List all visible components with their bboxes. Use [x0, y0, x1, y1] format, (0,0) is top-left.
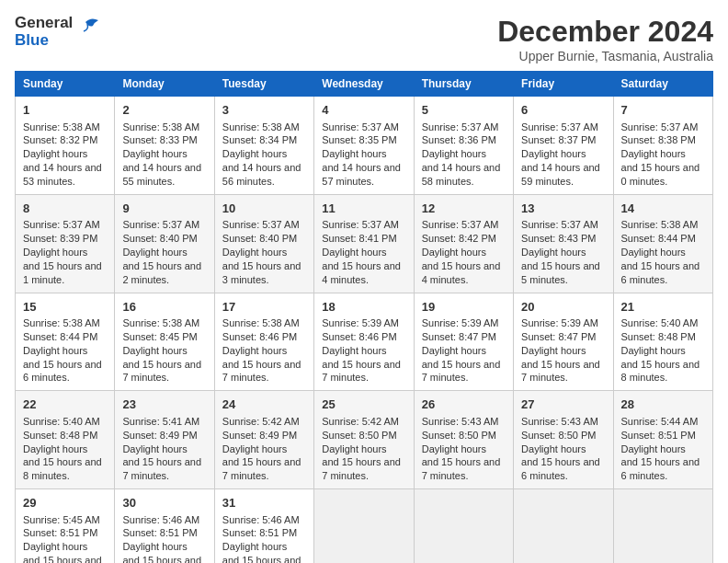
- sunset-info: Sunset: 8:47 PM: [422, 331, 496, 342]
- sunset-info: Sunset: 8:51 PM: [621, 430, 696, 441]
- calendar-cell: 24 Sunrise: 5:42 AM Sunset: 8:49 PM Dayl…: [214, 391, 313, 489]
- daylight-duration: and 15 hours and 6 minutes.: [521, 456, 600, 481]
- daylight-label: Daylight hours: [422, 345, 486, 356]
- calendar-week-row: 15 Sunrise: 5:38 AM Sunset: 8:44 PM Dayl…: [16, 293, 713, 391]
- col-friday: Friday: [514, 72, 613, 97]
- daylight-duration: and 15 hours and 5 minutes.: [23, 555, 102, 563]
- daylight-duration: and 15 hours and 8 minutes.: [621, 359, 700, 384]
- daylight-label: Daylight hours: [621, 443, 686, 454]
- daylight-label: Daylight hours: [521, 345, 586, 356]
- day-number: 9: [122, 201, 206, 217]
- sunset-info: Sunset: 8:45 PM: [122, 331, 197, 342]
- day-number: 12: [422, 201, 506, 217]
- calendar-cell: 27 Sunrise: 5:43 AM Sunset: 8:50 PM Dayl…: [514, 391, 613, 489]
- sunrise-info: Sunrise: 5:37 AM: [422, 219, 499, 230]
- sunrise-info: Sunrise: 5:43 AM: [422, 416, 499, 427]
- sunrise-info: Sunrise: 5:37 AM: [122, 219, 199, 230]
- sunset-info: Sunset: 8:51 PM: [122, 527, 197, 538]
- day-number: 26: [422, 396, 506, 413]
- sunrise-info: Sunrise: 5:37 AM: [422, 121, 499, 132]
- daylight-duration: and 15 hours and 7 minutes.: [322, 456, 401, 481]
- sunset-info: Sunset: 8:37 PM: [521, 134, 596, 145]
- calendar-cell: 28 Sunrise: 5:44 AM Sunset: 8:51 PM Dayl…: [613, 391, 712, 489]
- daylight-duration: and 15 hours and 0 minutes.: [621, 162, 700, 187]
- daylight-duration: and 15 hours and 4 minutes.: [422, 260, 501, 285]
- calendar-cell: 12 Sunrise: 5:37 AM Sunset: 8:42 PM Dayl…: [414, 194, 513, 293]
- sunrise-info: Sunrise: 5:37 AM: [222, 219, 300, 230]
- calendar-cell: [314, 489, 414, 563]
- sunrise-info: Sunrise: 5:39 AM: [422, 317, 499, 328]
- calendar-cell: 14 Sunrise: 5:38 AM Sunset: 8:44 PM Dayl…: [613, 194, 712, 293]
- calendar-cell: 26 Sunrise: 5:43 AM Sunset: 8:50 PM Dayl…: [414, 391, 513, 489]
- logo-general: General: [15, 15, 73, 32]
- day-number: 17: [222, 299, 306, 316]
- month-title: December 2024: [497, 15, 713, 49]
- sunrise-info: Sunrise: 5:39 AM: [521, 317, 598, 328]
- sunrise-info: Sunrise: 5:44 AM: [621, 416, 699, 427]
- calendar-table: Sunday Monday Tuesday Wednesday Thursday…: [15, 71, 713, 563]
- day-number: 19: [422, 299, 506, 316]
- calendar-header-row: Sunday Monday Tuesday Wednesday Thursday…: [16, 72, 713, 97]
- calendar-week-row: 8 Sunrise: 5:37 AM Sunset: 8:39 PM Dayli…: [16, 194, 713, 293]
- sunset-info: Sunset: 8:38 PM: [621, 134, 696, 145]
- sunset-info: Sunset: 8:40 PM: [222, 233, 297, 244]
- daylight-duration: and 14 hours and 56 minutes.: [222, 162, 301, 187]
- calendar-cell: 29 Sunrise: 5:45 AM Sunset: 8:51 PM Dayl…: [16, 489, 115, 563]
- daylight-label: Daylight hours: [222, 541, 287, 552]
- calendar-cell: 5 Sunrise: 5:37 AM Sunset: 8:36 PM Dayli…: [414, 97, 513, 195]
- daylight-label: Daylight hours: [23, 345, 87, 356]
- sunset-info: Sunset: 8:46 PM: [222, 331, 297, 342]
- calendar-cell: 19 Sunrise: 5:39 AM Sunset: 8:47 PM Dayl…: [414, 293, 513, 391]
- sunrise-info: Sunrise: 5:38 AM: [222, 121, 300, 132]
- daylight-duration: and 14 hours and 57 minutes.: [322, 162, 401, 187]
- sunset-info: Sunset: 8:46 PM: [322, 331, 396, 342]
- day-number: 5: [422, 102, 506, 119]
- col-wednesday: Wednesday: [314, 72, 414, 97]
- page-header: General Blue December 2024 Upper Burnie,…: [15, 15, 713, 63]
- calendar-cell: 6 Sunrise: 5:37 AM Sunset: 8:37 PM Dayli…: [514, 97, 613, 195]
- daylight-label: Daylight hours: [222, 443, 287, 454]
- calendar-cell: 16 Sunrise: 5:38 AM Sunset: 8:45 PM Dayl…: [115, 293, 214, 391]
- logo: General Blue: [15, 15, 102, 49]
- day-number: 13: [521, 201, 605, 217]
- calendar-cell: 9 Sunrise: 5:37 AM Sunset: 8:40 PM Dayli…: [115, 194, 214, 293]
- daylight-label: Daylight hours: [521, 247, 586, 258]
- sunrise-info: Sunrise: 5:40 AM: [621, 317, 699, 328]
- daylight-label: Daylight hours: [122, 148, 187, 159]
- daylight-label: Daylight hours: [621, 345, 686, 356]
- col-monday: Monday: [115, 72, 214, 97]
- daylight-duration: and 15 hours and 8 minutes.: [23, 456, 102, 481]
- day-number: 6: [521, 102, 605, 119]
- daylight-label: Daylight hours: [322, 443, 386, 454]
- calendar-cell: 30 Sunrise: 5:46 AM Sunset: 8:51 PM Dayl…: [115, 489, 214, 563]
- calendar-cell: 10 Sunrise: 5:37 AM Sunset: 8:40 PM Dayl…: [214, 194, 313, 293]
- daylight-label: Daylight hours: [621, 148, 686, 159]
- daylight-label: Daylight hours: [422, 148, 486, 159]
- daylight-label: Daylight hours: [621, 247, 686, 258]
- daylight-duration: and 15 hours and 7 minutes.: [122, 456, 201, 481]
- calendar-cell: [414, 489, 513, 563]
- sunrise-info: Sunrise: 5:38 AM: [621, 219, 699, 230]
- day-number: 20: [521, 299, 605, 316]
- sunrise-info: Sunrise: 5:46 AM: [222, 514, 300, 525]
- calendar-cell: 21 Sunrise: 5:40 AM Sunset: 8:48 PM Dayl…: [613, 293, 712, 391]
- day-number: 24: [222, 396, 306, 413]
- daylight-duration: and 14 hours and 53 minutes.: [23, 162, 102, 187]
- day-number: 1: [23, 102, 107, 119]
- sunrise-info: Sunrise: 5:43 AM: [521, 416, 598, 427]
- day-number: 25: [322, 396, 405, 413]
- day-number: 31: [222, 495, 306, 511]
- logo-bird-icon: [74, 15, 102, 42]
- daylight-duration: and 15 hours and 6 minutes.: [621, 260, 700, 285]
- sunrise-info: Sunrise: 5:45 AM: [23, 514, 100, 525]
- daylight-duration: and 15 hours and 3 minutes.: [222, 260, 301, 285]
- sunrise-info: Sunrise: 5:42 AM: [322, 416, 399, 427]
- sunset-info: Sunset: 8:39 PM: [23, 233, 97, 244]
- sunrise-info: Sunrise: 5:37 AM: [521, 121, 598, 132]
- sunset-info: Sunset: 8:47 PM: [521, 331, 596, 342]
- sunset-info: Sunset: 8:48 PM: [23, 430, 97, 441]
- daylight-duration: and 15 hours and 7 minutes.: [222, 359, 301, 384]
- daylight-label: Daylight hours: [322, 345, 386, 356]
- sunrise-info: Sunrise: 5:38 AM: [222, 317, 300, 328]
- daylight-label: Daylight hours: [122, 541, 187, 552]
